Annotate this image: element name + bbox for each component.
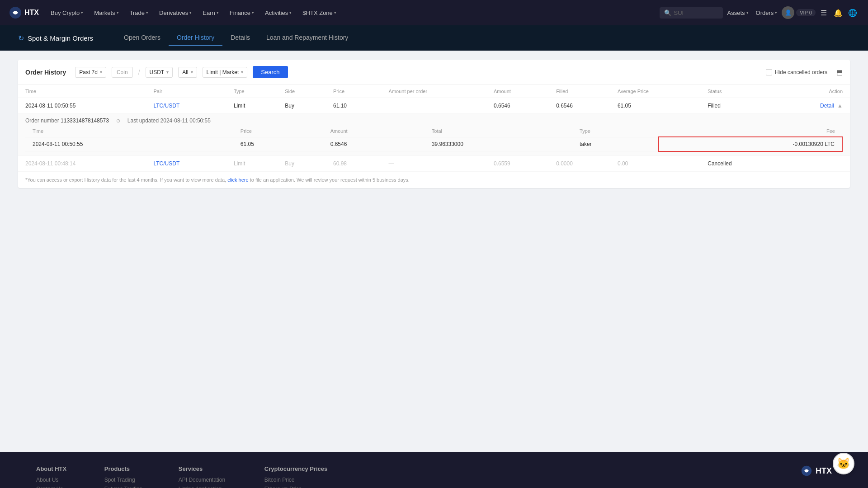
cell-avg-price: 61.05 [610,98,700,114]
hide-cancelled-toggle[interactable]: Hide cancelled orders [766,69,827,75]
logo[interactable]: HTX [9,6,39,19]
avatar[interactable]: 👤 [782,6,794,19]
svg-point-1 [14,12,17,14]
search-button[interactable]: Search [253,66,288,78]
hide-cancelled-checkbox[interactable] [766,69,772,75]
col-type: Type [226,85,278,98]
sub-cell-fee: -0.00130920 LTC [659,137,842,151]
nav-markets[interactable]: Markets ▾ [90,7,123,19]
footer-link[interactable]: Contact Us [36,486,68,488]
col-amount: Amount [486,85,549,98]
type-filter[interactable]: All ▾ [178,67,197,78]
footer-link[interactable]: Futures Trading [104,486,142,488]
col-action: Action [777,85,850,98]
footer-link[interactable]: Listing Application [179,486,228,488]
cell-action[interactable]: Detail ▲ [777,98,850,114]
cell-price: 61.10 [326,98,382,114]
footer-link[interactable]: About Us [36,477,68,483]
chevron-down-icon: ▾ [252,10,254,15]
search-icon: 🔍 [664,9,671,16]
cell-type: Limit [226,156,278,172]
table-row: 2024-08-11 00:50:55 LTC/USDT Limit Buy 6… [18,98,850,114]
tab-loan-repayment[interactable]: Loan and Repayment History [258,30,356,46]
tab-order-history[interactable]: Order History [169,30,222,46]
cell-pair[interactable]: LTC/USDT [146,98,226,114]
expanded-order-info: Order number 1133314878148573 ⊙ Last upd… [18,114,850,156]
order-number-row: Order number 1133314878148573 ⊙ Last upd… [25,117,843,124]
footer-col-services: Services API Documentation Listing Appli… [179,465,228,488]
footer-col-about: About HTX About Us Contact Us Careers Br… [36,465,68,488]
orders-button[interactable]: Orders ▾ [753,8,780,18]
page-title: ↻ Spot & Margin Orders [18,34,93,42]
col-average-price: Average Price [610,85,700,98]
quote-filter[interactable]: USDT ▾ [146,67,173,78]
chevron-down-icon: ▾ [166,70,169,75]
footer-col-title: Cryptocurrency Prices [264,465,327,472]
chevron-down-icon: ▾ [146,10,148,15]
cell-status: Filled [700,98,777,114]
cell-amount: 0.6546 [486,98,549,114]
nav-trade[interactable]: Trade ▾ [125,7,153,19]
footer-link[interactable]: API Documentation [179,477,228,483]
col-amount-per-order: Amount per order [382,85,486,98]
col-filled: Filled [549,85,610,98]
cell-price: 60.98 [326,156,382,172]
footer-link[interactable]: Ethereum Price [264,486,327,488]
click-here-link[interactable]: click here [227,177,248,183]
order-panel: Order History Past 7d ▾ Coin / USDT ▾ Al… [18,60,850,188]
export-icon[interactable]: ⬒ [836,68,843,76]
nav-buy-crypto[interactable]: Buy Crypto ▾ [46,7,88,19]
logo-text: HTX [24,9,39,17]
footer-col-crypto-prices: Cryptocurrency Prices Bitcoin Price Ethe… [264,465,327,488]
footer-link[interactable]: Bitcoin Price [264,477,327,483]
footer-col-title: About HTX [36,465,68,472]
chevron-down-icon: ▾ [746,10,749,15]
vip-badge: VIP 0 [796,9,816,16]
copy-icon[interactable]: ⊙ [116,118,120,124]
chevron-down-icon: ▾ [217,10,219,15]
bottom-footer: About HTX About Us Contact Us Careers Br… [0,452,868,488]
nav-derivatives[interactable]: Derivatives ▾ [155,7,196,19]
sub-cell-price: 61.05 [233,137,323,151]
footer-link[interactable]: Spot Trading [104,477,142,483]
top-navigation: HTX Buy Crypto ▾ Markets ▾ Trade ▾ Deriv… [0,0,868,25]
time-filter[interactable]: Past 7d ▾ [75,67,106,78]
coin-filter[interactable]: Coin [112,67,133,78]
notification-icon[interactable]: 🔔 [832,6,844,19]
nav-earn[interactable]: Earn ▾ [198,7,223,19]
chevron-down-icon: ▾ [775,10,777,15]
last-updated: Last updated 2024-08-11 00:50:55 [127,117,211,124]
market-filter[interactable]: Limit | Market ▾ [203,67,248,78]
sub-trades-table: Time Price Amount Total Type Fee [25,126,843,152]
order-filters: Order History Past 7d ▾ Coin / USDT ▾ Al… [18,60,850,85]
nav-finance[interactable]: Finance ▾ [225,7,259,19]
cell-side: Buy [278,98,326,114]
col-price: Price [326,85,382,98]
col-side: Side [278,85,326,98]
sub-col-price: Price [233,126,323,137]
col-status: Status [700,85,777,98]
globe-icon[interactable]: 🌐 [846,6,859,19]
cell-time: 2024-08-11 00:50:55 [18,98,146,114]
global-search[interactable]: 🔍 [660,7,723,19]
nav-htx-zone[interactable]: $HTX Zone ▾ [298,7,340,19]
search-input[interactable] [674,9,715,16]
chevron-down-icon: ▾ [289,10,292,15]
refresh-icon[interactable]: ↻ [18,34,24,42]
tab-details[interactable]: Details [222,30,258,46]
nav-activities[interactable]: Activities ▾ [260,7,296,19]
chevron-down-icon: ▾ [241,70,243,75]
chat-bubble[interactable]: 🐱 [833,453,854,474]
tab-open-orders[interactable]: Open Orders [116,30,169,46]
table-row: 2024-08-11 00:48:14 LTC/USDT Limit Buy 6… [18,156,850,172]
chevron-down-icon: ▾ [100,70,102,75]
cell-pair[interactable]: LTC/USDT [146,156,226,172]
footer-logo: HTX [801,465,832,476]
menu-icon[interactable]: ☰ [817,6,830,19]
sub-col-time: Time [25,126,233,137]
col-time: Time [18,85,146,98]
panel-title: Order History [25,69,66,76]
assets-button[interactable]: Assets ▾ [725,8,751,18]
main-content: Order History Past 7d ▾ Coin / USDT ▾ Al… [0,51,868,452]
cell-filled: 0.6546 [549,98,610,114]
